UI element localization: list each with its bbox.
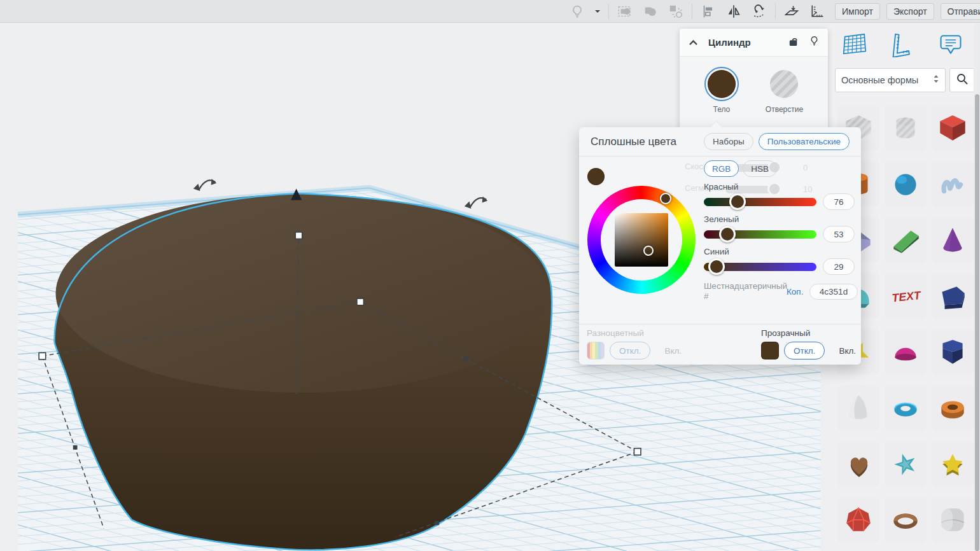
green-slider-value[interactable]: 53 [823, 226, 855, 242]
search-button[interactable] [949, 68, 975, 92]
top-center-handle[interactable] [357, 298, 364, 305]
inspector-header: Цилиндр [680, 29, 828, 57]
transparent-on-toggle[interactable]: Вкл. [830, 342, 865, 359]
shape-tile-hole-cylinder[interactable] [885, 105, 927, 151]
red-slider-track[interactable] [704, 198, 816, 206]
shape-tile-torus[interactable] [885, 385, 927, 431]
ruler-icon[interactable] [808, 2, 827, 21]
group-icon[interactable] [615, 2, 634, 21]
shape-tile-scribble[interactable] [932, 161, 974, 207]
import-button[interactable]: Импорт [835, 3, 880, 20]
shape-tile-star-sharp[interactable] [885, 441, 927, 487]
unlock-icon[interactable] [788, 36, 799, 50]
workplane-grid-icon[interactable] [839, 30, 869, 59]
tab-custom[interactable]: Пользовательские [759, 133, 850, 150]
ruler-tool-icon[interactable] [888, 30, 917, 59]
heart-icon [841, 447, 876, 481]
toolbar-separator [692, 4, 692, 19]
green-slider-label: Зеленый [704, 214, 858, 224]
send-button[interactable]: Отправить [941, 3, 980, 20]
scale-handle-right[interactable] [634, 449, 641, 456]
tab-presets[interactable]: Наборы [704, 133, 753, 150]
multicolor-swatch [587, 342, 605, 359]
shape-category-dropdown[interactable]: Основные формы [835, 68, 946, 92]
multicolor-label: Разноцветный [587, 328, 690, 338]
snap-magnet-icon[interactable] [750, 2, 769, 21]
transparent-swatch [761, 342, 779, 359]
dropdown-caret-icon[interactable] [593, 2, 602, 21]
ungroup-icon[interactable] [666, 2, 685, 21]
rotate-handle-right[interactable] [465, 197, 487, 209]
hue-cursor[interactable] [660, 193, 671, 204]
blue-slider-value[interactable]: 29 [823, 258, 855, 275]
green-slider-track[interactable] [704, 230, 816, 239]
chevron-up-icon[interactable] [689, 37, 698, 48]
shape-tile-icosahedron[interactable] [837, 497, 879, 543]
scribble-icon [935, 167, 970, 201]
cylinder-shape[interactable] [55, 193, 552, 550]
shape-tile-wedge[interactable] [885, 217, 927, 263]
red-slider-label: Красный [704, 182, 858, 192]
saturation-square[interactable] [615, 213, 668, 267]
merge-icon[interactable] [641, 2, 660, 21]
multicolor-group: Разноцветный Откл. Вкл. [587, 328, 690, 359]
tube-icon [935, 391, 970, 425]
rotate-handle-left[interactable] [193, 179, 216, 191]
shape-tile-box[interactable] [932, 105, 974, 151]
shape-tile-ring[interactable] [885, 497, 927, 543]
svg-text:TEXT: TEXT [892, 289, 923, 305]
blue-slider-track[interactable] [704, 263, 816, 271]
red-slider-thumb[interactable] [729, 193, 746, 210]
multicolor-off-toggle[interactable]: Откл. [610, 342, 650, 359]
hex-row: Шестнадцатеричный # Коп. 4c351d [704, 281, 858, 302]
mode-hsb[interactable]: HSB [743, 160, 777, 177]
hole-label: Отверстие [766, 105, 803, 114]
shape-tile-tube[interactable] [932, 385, 974, 431]
body-label: Тело [713, 105, 730, 114]
toolbar-separator [775, 4, 776, 19]
toolbar-separator [608, 4, 609, 19]
scrollbar-thumb[interactable] [975, 94, 979, 551]
paraboloid-icon [841, 391, 876, 425]
shape-tile-heart[interactable] [837, 441, 879, 487]
saturation-cursor[interactable] [643, 246, 654, 256]
transparent-off-toggle[interactable]: Откл. [784, 342, 825, 359]
blue-slider-thumb[interactable] [708, 258, 725, 275]
hex-value-field[interactable]: 4c351d [809, 284, 858, 300]
star-icon [935, 447, 970, 481]
transparent-label: Прозрачный [761, 328, 865, 338]
workplane-icon[interactable] [782, 2, 801, 21]
red-slider-value[interactable]: 76 [823, 193, 855, 210]
scale-handle-left[interactable] [39, 352, 46, 359]
shape-tile-rounded-cube[interactable] [932, 497, 974, 543]
shape-tile-star[interactable] [932, 441, 974, 487]
shape-tile-cone[interactable] [932, 217, 974, 263]
material-option-body[interactable]: Тело [704, 67, 739, 114]
color-picker-popup: Скос 0 Сегменты 10 Сплошные цвета Наборы… [579, 127, 861, 365]
mirror-icon[interactable] [724, 2, 743, 21]
visibility-bulb-icon[interactable] [809, 35, 819, 50]
hue-wheel[interactable] [587, 186, 696, 294]
align-icon[interactable] [699, 2, 718, 21]
bulb-icon[interactable] [568, 2, 587, 21]
shape-tile-sphere[interactable] [885, 161, 927, 207]
top-toolbar: Импорт Экспорт Отправить [0, 0, 980, 23]
copy-hex-link[interactable]: Коп. [787, 287, 807, 296]
search-icon [956, 73, 969, 88]
shape-tile-half-sphere[interactable] [885, 329, 927, 375]
export-button[interactable]: Экспорт [886, 3, 934, 20]
blue-slider-label: Синий [704, 247, 858, 256]
torus-icon [888, 391, 923, 425]
shape-tile-paraboloid[interactable] [837, 385, 879, 431]
material-option-hole[interactable]: Отверстие [766, 67, 803, 114]
shape-tile-hex-prism[interactable] [932, 329, 974, 375]
cone-icon [935, 223, 970, 257]
ring-icon [888, 503, 923, 537]
multicolor-on-toggle[interactable]: Вкл. [655, 342, 690, 359]
mode-rgb[interactable]: RGB [704, 160, 739, 177]
height-handle[interactable] [295, 232, 302, 239]
green-slider-thumb[interactable] [719, 226, 736, 242]
shape-tile-text[interactable]: TEXT [885, 273, 927, 319]
notes-icon[interactable] [936, 30, 965, 59]
shape-tile-polygon[interactable] [932, 273, 974, 319]
